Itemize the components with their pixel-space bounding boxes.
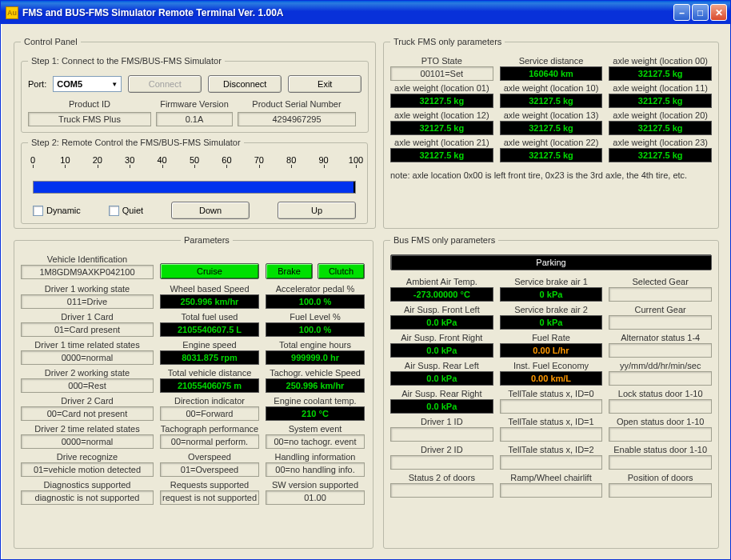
field-value: 32127.5 kg <box>500 94 603 108</box>
quiet-checkbox[interactable]: Quiet <box>109 206 143 216</box>
field-label: axle weight (location 00) <box>609 56 712 66</box>
field-label: Tachogr. vehicle Speed <box>266 368 365 378</box>
field-label: Air Susp. Rear Left <box>390 361 493 370</box>
field-value <box>500 399 603 414</box>
field-value <box>609 371 712 386</box>
field-label: Driver 1 working state <box>21 284 154 294</box>
field-label: Service brake air 2 <box>500 305 603 314</box>
field-label: Engine coolant temp. <box>266 396 365 406</box>
bus-fms-legend: Bus FMS only parameters <box>390 235 498 245</box>
field-value <box>609 427 712 442</box>
connect-button[interactable]: Connect <box>128 75 202 93</box>
field-label: Air Susp. Rear Right <box>390 389 493 398</box>
parameters-legend: Parameters <box>181 235 233 245</box>
parking-button[interactable]: Parking <box>390 254 712 270</box>
field-value: 0 kPa <box>500 287 603 302</box>
field-value: 01=Card present <box>21 322 154 337</box>
field-value <box>390 483 493 498</box>
app-window: Au FMS and BUS-FMS Simulator Remote Term… <box>0 0 731 560</box>
field-label: axle weight (location 01) <box>390 83 493 93</box>
scale-tick-label: 10 <box>60 155 70 165</box>
field-label: Ambient Air Temp. <box>390 277 493 286</box>
field-value: 21055406075 m <box>160 378 259 393</box>
field-value: 00=Forward <box>160 406 259 421</box>
field-value: 250.996 km/hr <box>266 378 365 393</box>
field-label: Service distance <box>500 56 603 66</box>
field-value: 00=Card not present <box>21 406 154 421</box>
clutch-button[interactable]: Clutch <box>318 263 365 279</box>
field-value <box>609 399 712 414</box>
field-value: 01.00 <box>266 490 365 505</box>
field-value: 32127.5 kg <box>500 148 603 162</box>
field-label: axle weight (location 11) <box>609 83 712 93</box>
up-button[interactable]: Up <box>278 202 356 219</box>
brake-button[interactable]: Brake <box>266 263 313 279</box>
field-label: Overspeed <box>160 452 259 462</box>
field-value: 0.0 kPa <box>390 399 493 414</box>
field-label: axle weight (location 13) <box>500 110 603 120</box>
port-select[interactable]: COM5 ▼ <box>53 76 122 92</box>
field-label: Total vehicle distance <box>160 368 259 378</box>
progress-bar[interactable] <box>33 181 356 194</box>
dynamic-checkbox[interactable]: Dynamic <box>33 206 81 216</box>
field-value: 32127.5 kg <box>609 66 712 81</box>
field-value: 00=no tachogr. event <box>266 434 365 449</box>
field-value: 160640 km <box>500 66 603 81</box>
field-value: 32127.5 kg <box>609 94 712 108</box>
field-value: 100.0 % <box>266 294 365 309</box>
field-label: axle weight (location 12) <box>390 110 493 120</box>
field-label: Driver 1 Card <box>21 312 154 322</box>
field-label: Drive recognize <box>21 452 154 462</box>
field-label: Driver 1 time related states <box>21 340 154 350</box>
field-value: 00=normal perform. <box>160 434 259 449</box>
field-label: PTO State <box>390 56 493 66</box>
field-label: Lock status door 1-10 <box>609 389 712 398</box>
scale-tick-label: 0 <box>30 155 35 165</box>
field-value: 210 °C <box>266 406 365 421</box>
field-value: 999999.0 hr <box>266 350 365 365</box>
minimize-button[interactable]: – <box>673 4 690 21</box>
maximize-button[interactable]: □ <box>692 4 709 21</box>
field-value: 011=Drive <box>21 294 154 309</box>
port-value: COM5 <box>57 79 82 89</box>
field-value <box>500 455 603 470</box>
field-label: yy/mm/dd/hr/min/sec <box>609 361 712 370</box>
cruise-button[interactable]: Cruise <box>160 263 259 279</box>
field-label: TellTale status x, ID=2 <box>500 445 603 454</box>
axle-note: note: axle location 0x00 is left front t… <box>390 170 712 180</box>
field-value: diagnostic is not supported <box>21 490 154 505</box>
step1-group: Step 1: Connect to the FMS/BUS-FMS Simul… <box>21 56 369 133</box>
app-icon: Au <box>6 6 18 19</box>
field-value: 8031.875 rpm <box>160 350 259 365</box>
disconnect-button[interactable]: Disconnect <box>208 75 282 93</box>
field-label: TellTale status x, ID=0 <box>500 389 603 398</box>
scale-tick-label: 30 <box>125 155 134 165</box>
exit-button[interactable]: Exit <box>288 75 362 93</box>
field-value <box>609 455 712 470</box>
scale-tick-label: 50 <box>190 155 199 165</box>
field-label: Handling information <box>266 452 365 462</box>
field-value <box>609 483 712 498</box>
field-label: Wheel based Speed <box>160 284 259 294</box>
field-label: Requests supported <box>160 480 259 490</box>
field-label: System event <box>266 424 365 434</box>
scale-tick-label: 60 <box>222 155 231 165</box>
port-label: Port: <box>28 79 46 89</box>
window-title: FMS and BUS-FMS Simulator Remote Termina… <box>22 7 673 18</box>
field-value: 0.00 L/hr <box>500 343 603 358</box>
step1-legend: Step 1: Connect to the FMS/BUS-FMS Simul… <box>28 56 225 66</box>
field-label: Total fuel used <box>160 312 259 322</box>
field-label: Direction indicator <box>160 396 259 406</box>
field-label: Total engine hours <box>266 340 365 350</box>
field-label: Driver 1 ID <box>390 417 493 426</box>
product-id-label: Product ID <box>28 99 151 109</box>
field-value: 250.996 km/hr <box>160 294 259 309</box>
field-label: Tachograph performance <box>160 424 259 434</box>
close-button[interactable]: ✕ <box>710 4 727 21</box>
chevron-down-icon: ▼ <box>111 81 118 88</box>
down-button[interactable]: Down <box>171 202 250 219</box>
titlebar: Au FMS and BUS-FMS Simulator Remote Term… <box>1 1 730 24</box>
step2-group: Step 2: Remote Control the FMS/BUS-FMS S… <box>21 138 368 224</box>
field-label: Driver 2 time related states <box>21 424 154 434</box>
serial-label: Product Serial Number <box>238 99 356 109</box>
